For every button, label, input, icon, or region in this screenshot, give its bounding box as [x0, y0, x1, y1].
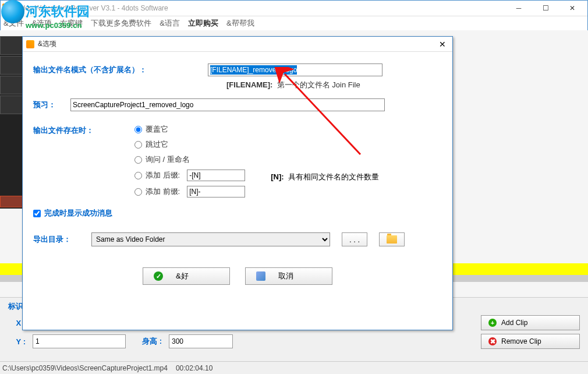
n-hint: [N]: 具有相同文件名的文件数量: [271, 172, 379, 182]
radio-overwrite[interactable]: 覆盖它: [134, 124, 245, 135]
file-exists-label: 输出文件存在时：: [33, 124, 126, 136]
close-button[interactable]: ✕: [559, 0, 586, 16]
cancel-icon: [256, 271, 265, 281]
status-filepath: C:\Users\pc0359\Videos\ScreenCaptureProj…: [2, 364, 168, 372]
cancel-button[interactable]: 取消: [245, 267, 332, 285]
minus-icon: ✖: [488, 337, 497, 345]
y-input[interactable]: [33, 334, 126, 348]
remove-clip-button[interactable]: ✖ Remove Clip: [481, 334, 580, 349]
export-dir-label: 导出目录：: [33, 234, 80, 245]
statusbar: C:\Users\pc0359\Videos\ScreenCaptureProj…: [0, 361, 588, 374]
output-pattern-input[interactable]: [FILENAME]_removed_logo: [208, 63, 382, 76]
prefix-input[interactable]: [187, 186, 245, 197]
success-message-checkbox[interactable]: 完成时显示成功消息: [33, 208, 442, 218]
radio-ask-rename[interactable]: 询问 / 重命名: [134, 154, 245, 165]
menu-language[interactable]: &语言: [160, 18, 180, 29]
height-label: 身高 :: [133, 336, 162, 347]
maximize-button[interactable]: ☐: [532, 0, 559, 16]
site-watermark: 河东软件园 www.pc0359.cn: [1, 0, 118, 30]
minimize-button[interactable]: ─: [505, 0, 532, 16]
dialog-titlebar: &选项 ✕: [23, 37, 452, 52]
plus-icon: +: [488, 319, 497, 327]
preview-input[interactable]: [70, 98, 385, 111]
browse-button[interactable]: . . .: [342, 232, 367, 246]
options-dialog: &选项 ✕ 输出文件名模式（不含扩展名）： [FILENAME]_removed…: [22, 36, 453, 330]
menu-help[interactable]: &帮帮我: [226, 18, 254, 29]
open-folder-button[interactable]: [379, 232, 405, 246]
ok-button[interactable]: ✓ &好: [143, 267, 230, 285]
add-clip-button[interactable]: + Add Clip: [481, 315, 580, 330]
y-label: Y :: [8, 337, 26, 346]
height-input[interactable]: [169, 334, 233, 348]
output-pattern-label: 输出文件名模式（不含扩展名）：: [33, 65, 196, 75]
export-dir-select[interactable]: Same as Video Folder: [91, 232, 330, 246]
folder-icon: [387, 235, 397, 244]
radio-add-suffix[interactable]: 添加 后缀:: [134, 170, 245, 181]
radio-skip[interactable]: 跳过它: [134, 139, 245, 150]
filename-hint: [FILENAME]: 第一个的文件名 Join File: [226, 80, 442, 90]
radio-add-prefix[interactable]: 添加 前缀:: [134, 186, 245, 197]
dialog-title: &选项: [38, 39, 436, 49]
dialog-icon: [26, 40, 34, 48]
dialog-close-button[interactable]: ✕: [436, 39, 449, 50]
check-icon: ✓: [154, 271, 163, 281]
status-duration: 00:02:04.10: [176, 364, 212, 372]
suffix-input[interactable]: [187, 170, 245, 181]
menu-buy-now[interactable]: 立即购买: [188, 18, 218, 29]
preview-label: 预习：: [33, 100, 62, 110]
